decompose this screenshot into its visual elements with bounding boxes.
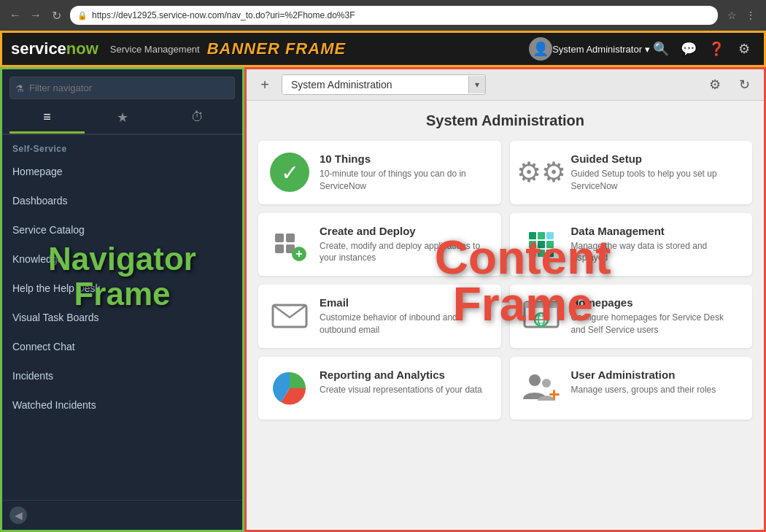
search-icon-button[interactable]: 🔍 — [650, 38, 672, 60]
menu-button[interactable]: ⋮ — [743, 7, 759, 23]
card-desc-user-admin: Manage users, groups and their roles — [571, 384, 741, 396]
sidebar-item-help-desk[interactable]: Help the Help Desk — [2, 274, 242, 303]
header-icons: 🔍 💬 ❓ ⚙ — [650, 38, 755, 60]
card-homepages[interactable]: Homepages Configure homepages for Servic… — [510, 285, 753, 348]
nav-tab-all[interactable]: ≡ — [9, 104, 85, 134]
card-user-admin[interactable]: User Administration Manage users, groups… — [510, 357, 753, 420]
card-desc-10things: 10-minute tour of things you can do in S… — [320, 168, 490, 193]
sidebar-item-dashboards[interactable]: Dashboards — [2, 186, 242, 215]
nav-collapse-button[interactable]: ◀ — [9, 506, 27, 524]
toolbar-settings-button[interactable]: ⚙ — [704, 74, 726, 96]
card-text-guided-setup: Guided Setup Guided Setup tools to help … — [571, 153, 741, 193]
card-title-guided-setup: Guided Setup — [571, 153, 741, 165]
svg-rect-8 — [525, 302, 558, 308]
card-icon-reporting — [270, 369, 309, 408]
page-title: System Administration — [258, 112, 752, 129]
card-icon-guided-setup: ⚙⚙ — [522, 153, 561, 192]
svg-rect-2 — [275, 244, 284, 253]
svg-text:+: + — [295, 247, 302, 260]
card-title-email: Email — [320, 296, 490, 309]
sidebar-item-homepage[interactable]: Homepage — [2, 157, 242, 186]
nav-tab-history[interactable]: ⏱ — [160, 104, 235, 134]
card-text-10things: 10 Things 10-minute tour of things you c… — [320, 153, 490, 193]
main-area: ⚗ ≡ ★ ⏱ Self-Service Homepage Dashboards… — [0, 67, 766, 532]
sidebar-item-visual-task[interactable]: Visual Task Boards — [2, 303, 242, 332]
sidebar-item-knowledge[interactable]: Knowledge — [2, 244, 242, 274]
tab-selector: System Administration ▾ — [282, 74, 486, 95]
forward-button[interactable]: → — [28, 7, 44, 23]
card-desc-guided-setup: Guided Setup tools to help you set up Se… — [571, 168, 741, 193]
sidebar-item-incidents[interactable]: Incidents — [2, 361, 242, 390]
card-text-create-app: Create and Deploy Create, modify and dep… — [320, 225, 490, 265]
filter-icon: ⚗ — [15, 82, 24, 93]
service-mgmt-label: Service Management — [110, 44, 200, 55]
chat-icon-button[interactable]: 💬 — [678, 38, 700, 60]
url-text: https://dev12925.service-now.com/nav_to.… — [92, 10, 355, 20]
browser-bar: ← → ↻ 🔒 https://dev12925.service-now.com… — [0, 0, 766, 31]
card-text-homepages: Homepages Configure homepages for Servic… — [571, 296, 741, 336]
card-title-data-mgmt: Data Management — [571, 225, 741, 237]
logo-now-text: now — [66, 39, 98, 58]
svg-rect-18 — [553, 390, 555, 400]
card-icon-create-app: + — [270, 225, 309, 264]
card-desc-homepages: Configure homepages for Service Desk and… — [571, 312, 741, 336]
check-circle-icon: ✓ — [270, 153, 309, 192]
cards-grid: ✓ 10 Things 10-minute tour of things you… — [258, 141, 752, 420]
navigator-search-input[interactable] — [9, 77, 235, 99]
add-tab-button[interactable]: + — [255, 75, 274, 94]
navigator-frame: ⚗ ≡ ★ ⏱ Self-Service Homepage Dashboards… — [0, 67, 244, 532]
logo-service-text: service — [11, 39, 66, 58]
nav-bottom: ◀ — [2, 500, 242, 530]
svg-point-16 — [542, 379, 551, 388]
card-reporting[interactable]: Reporting and Analytics Create visual re… — [258, 357, 501, 420]
card-desc-create-app: Create, modify and deploy applications t… — [320, 240, 490, 265]
svg-rect-1 — [286, 234, 295, 242]
sidebar-item-watched-incidents[interactable]: Watched Incidents — [2, 390, 242, 420]
card-text-user-admin: User Administration Manage users, groups… — [571, 369, 741, 396]
card-title-10things: 10 Things — [320, 153, 490, 165]
user-menu[interactable]: System Administrator ▾ — [552, 44, 650, 55]
card-desc-data-mgmt: Manage the way data is stored and displa… — [571, 240, 741, 265]
nav-tab-favorites[interactable]: ★ — [85, 104, 160, 134]
refresh-button[interactable]: ↻ — [48, 7, 64, 23]
svg-point-15 — [529, 374, 541, 386]
card-data-mgmt[interactable]: Data Management Manage the way data is s… — [510, 213, 753, 277]
user-name: System Administrator — [552, 44, 642, 55]
servicenow-logo: servicenow — [11, 39, 98, 58]
card-text-data-mgmt: Data Management Manage the way data is s… — [571, 225, 741, 265]
settings-icon-button[interactable]: ⚙ — [733, 38, 755, 60]
card-email[interactable]: Email Customize behavior of inbound and … — [258, 285, 501, 348]
sidebar-item-connect-chat[interactable]: Connect Chat — [2, 332, 242, 361]
card-desc-email: Customize behavior of inbound and outbou… — [320, 312, 490, 336]
card-title-reporting: Reporting and Analytics — [320, 369, 490, 381]
nav-search-wrapper: ⚗ — [9, 77, 235, 99]
card-title-homepages: Homepages — [571, 296, 741, 309]
back-button[interactable]: ← — [7, 7, 23, 23]
card-text-reporting: Reporting and Analytics Create visual re… — [320, 369, 490, 396]
sidebar-item-service-catalog[interactable]: Service Catalog — [2, 215, 242, 244]
tab-dropdown-button[interactable]: ▾ — [468, 76, 485, 93]
nav-section-label: Self-Service — [2, 135, 242, 157]
banner-frame-area: Service Management BANNER FRAME — [110, 39, 529, 58]
card-guided-setup[interactable]: ⚙⚙ Guided Setup Guided Setup tools to he… — [510, 141, 753, 204]
browser-nav-buttons: ← → ↻ — [7, 7, 64, 23]
header-bar: servicenow Service Management BANNER FRA… — [0, 31, 766, 67]
tab-label: System Administration — [282, 75, 468, 94]
help-icon-button[interactable]: ❓ — [705, 38, 727, 60]
nav-search-bar: ⚗ — [2, 69, 242, 104]
card-10things[interactable]: ✓ 10 Things 10-minute tour of things you… — [258, 141, 501, 204]
card-create-app[interactable]: + Create and Deploy Create, modify and d… — [258, 213, 501, 277]
card-icon-homepages — [522, 296, 561, 336]
card-icon-email — [270, 296, 309, 336]
card-desc-reporting: Create visual representations of your da… — [320, 384, 490, 396]
card-icon-data-mgmt — [522, 225, 561, 264]
toolbar-refresh-button[interactable]: ↻ — [733, 74, 755, 96]
content-wrapper: System Administration ✓ 10 Things 10-min… — [247, 101, 764, 530]
svg-rect-0 — [275, 234, 284, 242]
bookmark-button[interactable]: ☆ — [724, 7, 740, 23]
banner-frame-text: BANNER FRAME — [207, 39, 346, 58]
card-title-user-admin: User Administration — [571, 369, 741, 381]
card-icon-user-admin — [522, 369, 561, 408]
browser-action-buttons: ☆ ⋮ — [724, 7, 759, 23]
address-bar[interactable]: 🔒 https://dev12925.service-now.com/nav_t… — [70, 6, 718, 25]
